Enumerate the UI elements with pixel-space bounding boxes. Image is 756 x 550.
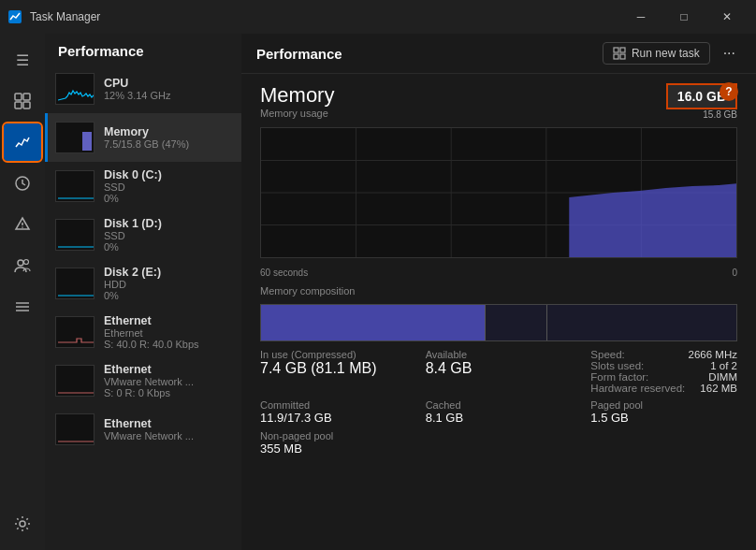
sidebar-icon-details[interactable]: [4, 288, 41, 326]
memory-title: Memory: [260, 83, 334, 108]
memory-usage-chart: [260, 127, 737, 258]
chart-right-label: 0: [732, 268, 737, 278]
eth2-sub2: S: 0 R: 0 Kbps: [104, 387, 234, 398]
disk0-info: Disk 0 (C:) SSD 0%: [104, 168, 234, 204]
device-item-cpu[interactable]: CPU 12% 3.14 GHz: [45, 65, 241, 113]
memory-header: Memory Memory usage 16.0 GB ? 15.8 GB: [260, 83, 737, 120]
disk1-info: Disk 1 (D:) SSD 0%: [104, 217, 234, 253]
eth3-thumb: [55, 413, 94, 445]
sidebar-icon-users[interactable]: [4, 247, 41, 284]
reserved-label: Hardware reserved:: [590, 383, 685, 394]
svg-rect-1: [15, 94, 22, 100]
titlebar-controls: ─ □ ✕: [619, 2, 749, 32]
cpu-info: CPU 12% 3.14 GHz: [104, 77, 234, 101]
eth2-name: Ethernet: [104, 363, 234, 376]
disk2-sub2: 0%: [104, 290, 234, 301]
available-value: 8.4 GB: [426, 360, 573, 377]
sidebar: ☰: [0, 34, 45, 550]
run-icon: [613, 47, 626, 60]
memory-badge-sub: 15.8 GB: [666, 109, 737, 120]
cached-label: Cached: [426, 399, 573, 411]
device-item-disk1[interactable]: Disk 1 (D:) SSD 0%: [45, 210, 241, 259]
disk0-thumb: [55, 170, 94, 202]
eth3-sub1: VMware Network ...: [104, 430, 234, 441]
memory-badge-container: 16.0 GB ? 15.8 GB: [666, 83, 737, 120]
svg-rect-15: [614, 48, 618, 52]
main-header: Performance Run new task ···: [241, 34, 756, 74]
memory-badge: 16.0 GB ?: [666, 83, 737, 109]
cpu-sub: 12% 3.14 GHz: [104, 90, 234, 101]
memory-sub: 7.5/15.8 GB (47%): [104, 138, 234, 150]
device-item-memory[interactable]: Memory 7.5/15.8 GB (47%): [45, 113, 241, 162]
speed-label: Speed:: [590, 349, 624, 360]
memory-panel: Memory Memory usage 16.0 GB ? 15.8 GB: [241, 74, 756, 550]
in-use-label: In use (Compressed): [260, 349, 407, 360]
slots-label: Slots used:: [590, 360, 644, 371]
close-button[interactable]: ✕: [705, 2, 749, 32]
stat-nonpaged: Non-paged pool 355 MB: [260, 430, 407, 456]
composition-label: Memory composition: [260, 285, 737, 297]
left-panel: Performance CPU 12% 3.14 GHz: [45, 34, 241, 550]
usage-chart-svg: [261, 128, 736, 257]
device-item-disk0[interactable]: Disk 0 (C:) SSD 0%: [45, 162, 241, 210]
svg-rect-3: [15, 102, 22, 109]
app-icon: [7, 9, 22, 24]
sidebar-icon-performance[interactable]: [4, 123, 41, 161]
svg-text:?: ?: [725, 85, 732, 98]
eth1-name: Ethernet: [104, 314, 234, 327]
svg-marker-28: [569, 183, 736, 257]
sidebar-icon-history[interactable]: [4, 165, 41, 202]
chart-left-label: 60 seconds: [260, 268, 308, 278]
reserved-row: Hardware reserved: 162 MB: [590, 383, 737, 394]
available-label: Available: [426, 349, 573, 360]
disk2-name: Disk 2 (E:): [104, 266, 234, 279]
memory-info: Memory 7.5/15.8 GB (47%): [104, 125, 234, 150]
device-item-ethernet2[interactable]: Ethernet VMware Network ... S: 0 R: 0 Kb…: [45, 356, 241, 405]
svg-rect-17: [614, 54, 618, 59]
titlebar-left: Task Manager: [7, 9, 100, 24]
composition-bar: [260, 304, 737, 341]
svg-rect-18: [620, 54, 625, 59]
minimize-button[interactable]: ─: [619, 2, 662, 32]
reserved-value: 162 MB: [700, 383, 737, 394]
svg-rect-2: [23, 94, 30, 100]
device-list: CPU 12% 3.14 GHz Memory 7.5/15.8 GB (47%…: [45, 65, 241, 550]
chart-labels: 60 seconds 0: [260, 268, 737, 278]
in-use-value: 7.4 GB (81.1 MB): [260, 360, 407, 377]
committed-value: 11.9/17.3 GB: [260, 411, 407, 425]
memory-usage-label: Memory usage: [260, 108, 334, 119]
nonpaged-label: Non-paged pool: [260, 430, 407, 441]
form-label: Form factor:: [590, 371, 648, 383]
device-item-ethernet3[interactable]: Ethernet VMware Network ...: [45, 405, 241, 454]
main-page-title: Performance: [256, 46, 342, 62]
stat-paged: Paged pool 1.5 GB: [590, 399, 737, 425]
eth3-info: Ethernet VMware Network ...: [104, 417, 234, 441]
device-item-disk2[interactable]: Disk 2 (E:) HDD 0%: [45, 259, 241, 308]
disk0-sub2: 0%: [104, 193, 234, 204]
sidebar-icon-startup[interactable]: [4, 206, 41, 243]
header-actions: Run new task ···: [603, 41, 741, 65]
svg-point-9: [18, 260, 23, 266]
eth1-info: Ethernet Ethernet S: 40.0 R: 40.0 Kbps: [104, 314, 234, 350]
run-new-task-button[interactable]: Run new task: [603, 42, 710, 65]
memory-title-area: Memory Memory usage: [260, 83, 334, 119]
memory-thumb: [55, 122, 94, 153]
disk2-thumb: [55, 268, 94, 299]
slots-value: 1 of 2: [710, 360, 737, 371]
disk0-name: Disk 0 (C:): [104, 168, 234, 181]
stat-in-use: In use (Compressed) 7.4 GB (81.1 MB): [260, 349, 407, 394]
disk1-sub2: 0%: [104, 241, 234, 253]
more-button[interactable]: ···: [718, 41, 741, 65]
stats-left: In use (Compressed) 7.4 GB (81.1 MB) Ava…: [260, 349, 737, 456]
paged-label: Paged pool: [590, 399, 737, 411]
stat-available: Available 8.4 GB: [426, 349, 573, 394]
svg-rect-16: [620, 48, 625, 52]
sidebar-icon-hamburger[interactable]: ☰: [4, 41, 41, 79]
sidebar-icon-processes[interactable]: [4, 82, 41, 120]
device-item-ethernet1[interactable]: Ethernet Ethernet S: 40.0 R: 40.0 Kbps: [45, 308, 241, 356]
paged-value: 1.5 GB: [590, 411, 737, 425]
maximize-button[interactable]: □: [662, 2, 705, 32]
main-content: Performance Run new task ···: [241, 34, 756, 550]
committed-label: Committed: [260, 399, 407, 411]
sidebar-icon-settings[interactable]: [4, 505, 41, 543]
